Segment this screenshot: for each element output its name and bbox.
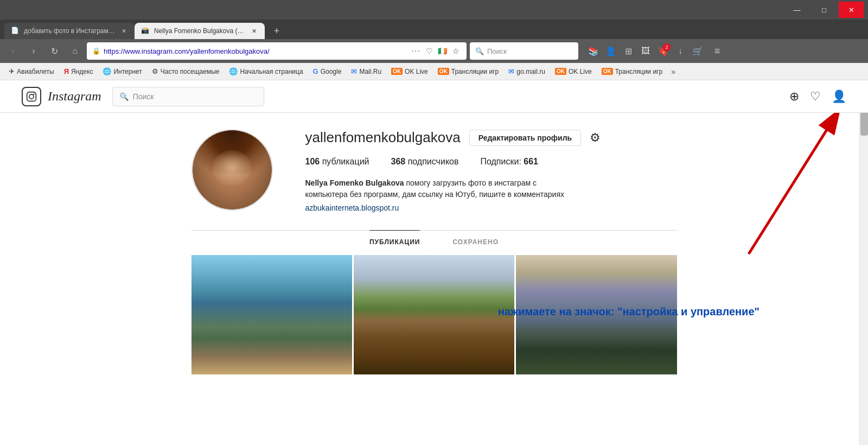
lock-icon: 🔒 (92, 47, 100, 55)
window-controls: — □ ✕ (784, 2, 864, 18)
cart-icon[interactable]: 🛒 (690, 43, 705, 59)
instagram-page: Instagram 🔍 Поиск ⊕ ♡ 👤 (0, 80, 868, 445)
bookmark-label-9: Трансляции игр (451, 68, 499, 75)
bookmark-oklive-1[interactable]: OK OK Live (387, 65, 432, 79)
red-arrow (705, 80, 868, 297)
ig-post-1[interactable] (192, 255, 352, 416)
maximize-button[interactable]: □ (812, 2, 837, 18)
bookmark-label-7: Mail.Ru (359, 68, 381, 75)
ig-search-placeholder: Поиск (133, 92, 154, 101)
minimize-button[interactable]: — (784, 2, 809, 18)
ig-edit-profile-button[interactable]: Редактировать профиль (469, 130, 582, 146)
ig-stat-posts: 106 публикаций (305, 157, 369, 167)
addon-icon-1[interactable]: 🔖 2 (655, 43, 671, 59)
ig-following-count: 661 (524, 157, 538, 166)
bookmark-icon-11: OK (555, 68, 566, 75)
ig-tab-saved[interactable]: СОХРАНЕНО (452, 231, 499, 253)
screenshot-icon[interactable]: 🖼 (638, 43, 653, 59)
forward-button[interactable]: › (25, 42, 42, 60)
svg-point-1 (29, 94, 34, 98)
sync-icon[interactable]: 👤 (603, 43, 618, 59)
new-tab-button[interactable]: + (267, 23, 286, 39)
ig-post-2[interactable] (354, 255, 514, 416)
bookmark-translyacii-1[interactable]: OK Трансляции игр (433, 65, 503, 79)
bookmark-label-6: Google (321, 68, 342, 75)
ig-profile-header: yallenfomenkobulgakova Редактировать про… (192, 129, 677, 214)
ig-compass-icon[interactable]: ⊕ (789, 90, 799, 104)
tab-close-1[interactable]: ✕ (119, 27, 128, 35)
ig-tabs: ПУБЛИКАЦИИ СОХРАНЕНО (192, 230, 677, 253)
ig-username: yallenfomenkobulgakova (305, 129, 461, 146)
bookmark-aviabilety[interactable]: ✈ Авиабилеты (4, 65, 59, 79)
bookmark-label-12: Трансляции игр (615, 68, 663, 75)
ig-posts-grid (192, 255, 677, 416)
bookmark-label-3: Интернет (113, 68, 142, 75)
tab-title-2: Nellya Fomenko Bulgakova (@... (154, 27, 245, 35)
home-button[interactable]: ⌂ (66, 42, 84, 60)
bookmark-icon-7: ✉ (351, 67, 357, 75)
address-bar: ‹ › ↻ ⌂ 🔒 https://www.instagram.com/yall… (0, 39, 868, 63)
tabs-bar: 📄 добавить фото в Инстаграм б... ✕ 📸 Nel… (0, 20, 868, 39)
ig-profile-icon[interactable]: 👤 (832, 90, 846, 104)
bookmark-label-5: Начальная страница (240, 68, 303, 75)
menu-button[interactable]: ≡ (707, 42, 727, 60)
ig-tab-posts[interactable]: ПУБЛИКАЦИИ (369, 230, 420, 253)
browser-chrome: — □ ✕ 📄 добавить фото в Инстаграм б... ✕… (0, 0, 868, 80)
bookmark-translyacii-2[interactable]: OK Трансляции игр (597, 65, 667, 79)
ig-avatar (192, 129, 273, 211)
badge: 2 (663, 43, 671, 51)
ig-heart-icon[interactable]: ♡ (810, 90, 821, 104)
bookmark-mailru[interactable]: ✉ Mail.Ru (347, 65, 386, 79)
ig-logo-text: Instagram (48, 89, 101, 104)
tab-2[interactable]: 📸 Nellya Fomenko Bulgakova (@... ✕ (135, 23, 265, 39)
bookmark-yandex[interactable]: Я Яндекс (60, 65, 98, 79)
bookmark-icon-8: OK (391, 68, 403, 75)
bookmark-label-10: go.mail.ru (516, 68, 545, 75)
ig-bio-link[interactable]: azbukainterneta.blogspot.ru (305, 202, 577, 214)
bookmark-chasto[interactable]: ⚙ Часто посещаемые (148, 65, 224, 79)
ig-header: Instagram 🔍 Поиск ⊕ ♡ 👤 (0, 80, 868, 113)
bookmark-icon-1: ✈ (9, 67, 15, 75)
bookmark-icon-3: 🌐 (103, 67, 111, 75)
ig-username-row: yallenfomenkobulgakova Редактировать про… (305, 129, 677, 146)
tab-1[interactable]: 📄 добавить фото в Инстаграм б... ✕ (4, 23, 135, 39)
ig-settings-icon[interactable]: ⚙ (590, 131, 601, 145)
ig-logo[interactable]: Instagram (22, 87, 101, 106)
library-icon[interactable]: 📚 (586, 43, 601, 59)
svg-rect-0 (27, 92, 36, 101)
pocket-icon[interactable]: ♡ (424, 46, 435, 56)
back-button[interactable]: ‹ (4, 42, 22, 60)
bookmark-home[interactable]: 🌐 Начальная страница (225, 65, 307, 79)
download-icon[interactable]: ↓ (673, 43, 688, 59)
ig-logo-icon (22, 87, 41, 106)
vpn-icon[interactable]: 🇮🇪 (438, 47, 447, 55)
ig-avatar-img (193, 130, 272, 209)
search-placeholder: Поиск (487, 47, 507, 55)
tab-favicon-2: 📸 (141, 27, 150, 35)
refresh-button[interactable]: ↻ (46, 42, 63, 60)
bookmark-icon-10: ✉ (508, 67, 514, 75)
reader-icon[interactable]: ⊞ (621, 43, 636, 59)
ig-nav-icons: ⊕ ♡ 👤 (789, 90, 846, 104)
ig-search-bar[interactable]: 🔍 Поиск (112, 87, 264, 106)
bookmark-oklive-2[interactable]: OK OK Live (551, 65, 596, 79)
bookmark-gomail[interactable]: ✉ go.mail.ru (504, 65, 550, 79)
bookmark-internet[interactable]: 🌐 Интернет (98, 65, 146, 79)
ig-followers-count: 368 (391, 157, 406, 166)
url-bar[interactable]: 🔒 https://www.instagram.com/yallenfomenk… (87, 42, 467, 60)
close-button[interactable]: ✕ (839, 2, 864, 18)
bookmark-label-4: Часто посещаемые (161, 68, 220, 75)
bookmark-google[interactable]: G Google (309, 65, 346, 79)
tab-close-2[interactable]: ✕ (250, 27, 258, 35)
ig-bio: Nellya Fomenko Bulgakova помогу загрузит… (305, 177, 577, 214)
bookmarks-more-button[interactable]: » (668, 67, 679, 76)
search-bar[interactable]: 🔍 Поиск (470, 42, 578, 60)
bookmark-label-11: OK Live (569, 68, 592, 75)
ig-post-3[interactable] (516, 255, 676, 416)
bookmarks-bar: ✈ Авиабилеты Я Яндекс 🌐 Интернет ⚙ Часто… (0, 63, 868, 80)
bookmark-label-1: Авиабилеты (17, 68, 54, 75)
star-icon[interactable]: ☆ (450, 46, 461, 56)
bookmark-icon-4: ⚙ (152, 67, 158, 75)
scrollbar[interactable] (859, 80, 868, 445)
url-more-icon[interactable]: ··· (412, 46, 420, 56)
